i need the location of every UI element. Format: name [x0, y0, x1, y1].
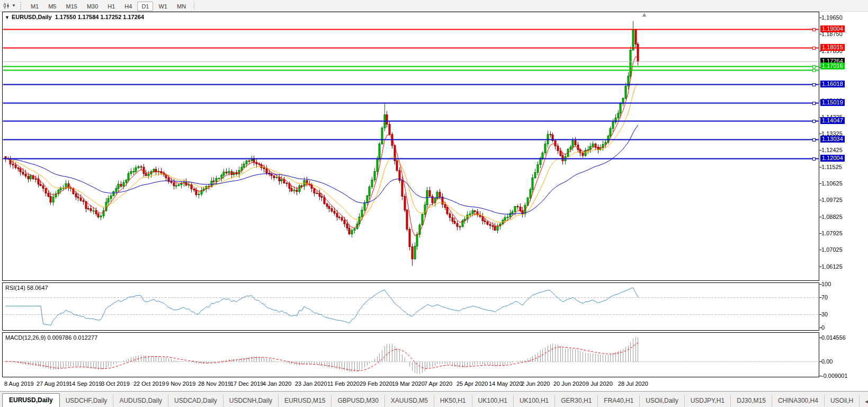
chart-tab-bar: EURUSD,DailyUSDCHF,DailyAUDUSD,DailyUSDC… — [0, 391, 868, 407]
macd-axis-tick: -0.009001 — [821, 373, 848, 379]
tab-ger30-h1[interactable]: GER30,H1 — [555, 395, 598, 407]
macd-axis-tick: 0.014556 — [821, 334, 846, 341]
date-axis-label: 3 Oct 2019 — [101, 381, 130, 387]
price-axis-tick: 1.07025 — [821, 246, 843, 253]
date-axis-label: 23 Jan 2020 — [295, 381, 327, 387]
date-axis-label: 17 Dec 2019 — [230, 381, 263, 387]
line-price-label: 1.17016 — [820, 63, 845, 69]
date-axis-label: 25 Apr 2020 — [457, 381, 488, 387]
line-price-label: 1.18015 — [820, 44, 845, 51]
price-axis-tick: 1.11525 — [821, 164, 842, 170]
line-price-label: 1.12004 — [820, 155, 845, 162]
timeframe-button-m30[interactable]: M30 — [83, 2, 102, 11]
tab-usdcad-daily[interactable]: USDCAD,Daily — [168, 395, 223, 407]
rsi-axis-tick: 100 — [821, 281, 831, 287]
chart-ohlc-values: 1.17550 1.17584 1.17252 1.17264 — [55, 14, 144, 20]
tab-china300-h4[interactable]: CHINA300,H4 — [772, 395, 825, 407]
rsi-indicator-label: RSI(14) 58.0647 — [5, 285, 48, 291]
toolbar-separator — [194, 2, 194, 10]
date-axis-label: 29 Feb 2020 — [360, 381, 392, 387]
date-axis-label: 14 Sep 2019 — [69, 381, 102, 387]
line-price-label: 1.14047 — [820, 117, 845, 124]
timeframe-button-h1[interactable]: H1 — [103, 2, 119, 11]
line-price-label: 1.13034 — [820, 136, 845, 143]
timeframe-button-m1[interactable]: M1 — [26, 2, 43, 11]
timeframe-button-h4[interactable]: H4 — [120, 2, 136, 11]
tab-usdcnh-daily[interactable]: USDCNH,Daily — [223, 395, 279, 407]
mt4-window: ▼ M1M5M15M30H1H4D1W1MN ▼EURUSD,Daily 1.1… — [0, 0, 868, 407]
tab-fra40-h1[interactable]: FRA40,H1 — [598, 395, 640, 407]
chevron-down-icon: ▼ — [12, 3, 16, 8]
chart-symbol: EURUSD,Daily — [12, 14, 52, 20]
date-axis-label: 2 Jun 2020 — [521, 381, 550, 387]
date-axis[interactable]: 8 Aug 201927 Aug 201914 Sep 20193 Oct 20… — [0, 377, 819, 391]
price-axis-tick: 1.06125 — [821, 263, 843, 270]
price-axis-tick: 1.09725 — [821, 197, 843, 203]
date-axis-label: 19 Mar 2020 — [392, 381, 425, 387]
tab-hk50-h1[interactable]: HK50,H1 — [434, 395, 472, 407]
date-axis-label: 11 Feb 2020 — [327, 381, 360, 387]
date-axis-label: 4 Jan 2020 — [263, 381, 291, 387]
timeframe-toolbar: ▼ M1M5M15M30H1H4D1W1MN — [0, 0, 868, 12]
tab-usoil-daily[interactable]: USOil,Daily — [640, 395, 684, 407]
date-axis-label: 8 Aug 2019 — [4, 381, 34, 387]
rsi-axis-tick: 30 — [821, 311, 828, 317]
timeframe-button-d1[interactable]: D1 — [137, 2, 153, 11]
tab-eurusd-daily[interactable]: EURUSD,Daily — [2, 393, 60, 407]
date-axis-label: 9 Nov 2019 — [166, 381, 195, 387]
date-axis-label: 14 May 2020 — [489, 381, 523, 387]
tab-uk100-h1[interactable]: UK100,H1 — [472, 395, 514, 407]
price-axis-tick: 1.12425 — [821, 147, 843, 153]
line-price-label: 1.16018 — [820, 81, 845, 87]
macd-axis-tick: 0.00 — [821, 358, 833, 365]
price-axis[interactable]: 1.196501.187501.178501.169501.160501.151… — [819, 12, 868, 377]
price-axis-tick: 1.19650 — [821, 14, 843, 21]
timeframe-button-m15[interactable]: M15 — [61, 2, 81, 11]
tab-scroll-left-button[interactable]: ◄ — [860, 399, 868, 404]
timeframe-buttons: M1M5M15M30H1H4D1W1MN — [26, 1, 191, 11]
timeframe-button-mn[interactable]: MN — [173, 2, 190, 11]
chart-title: ▼EURUSD,Daily 1.17550 1.17584 1.17252 1.… — [5, 14, 144, 20]
chart-canvas[interactable] — [0, 0, 868, 407]
tab-xauusd-m5[interactable]: XAUUSD,M5 — [385, 395, 434, 407]
timeframe-button-w1[interactable]: W1 — [154, 2, 172, 11]
date-axis-label: 28 Nov 2019 — [198, 381, 231, 387]
tab-usdjpy-h1[interactable]: USDJPY,H1 — [685, 395, 731, 407]
date-axis-label: 28 Jul 2020 — [618, 381, 648, 387]
date-axis-label: 27 Aug 2019 — [37, 381, 69, 387]
toolbar-grip[interactable] — [20, 2, 23, 10]
macd-indicator-label: MACD(12,26,9) 0.009786 0.012277 — [5, 334, 97, 341]
collapse-caret-icon: ▼ — [5, 15, 10, 20]
tab-dj30-m15[interactable]: DJ30,M15 — [731, 395, 772, 407]
tab-audusd-daily[interactable]: AUDUSD,Daily — [113, 395, 168, 407]
candlestick-cursor-icon — [3, 2, 11, 10]
price-axis-tick: 1.10625 — [821, 180, 843, 187]
date-axis-label: 7 Apr 2020 — [424, 381, 452, 387]
date-axis-label: 9 Jul 2020 — [586, 381, 613, 387]
line-price-label: 1.15019 — [820, 99, 845, 106]
date-axis-label: 22 Oct 2019 — [133, 381, 165, 387]
tab-eurusd-m15[interactable]: EURUSD,M15 — [279, 395, 332, 407]
line-price-label: 1.19004 — [820, 25, 845, 32]
price-axis-tick: 1.07925 — [821, 230, 843, 236]
date-axis-label: 20 Jun 2020 — [553, 381, 586, 387]
tab-usdchf-daily[interactable]: USDCHF,Daily — [60, 395, 114, 407]
rsi-axis-tick: 0 — [821, 324, 825, 331]
rsi-axis-tick: 70 — [821, 294, 828, 300]
tab-gbpusd-m30[interactable]: GBPUSD,M30 — [332, 395, 384, 407]
tab-usoil-h[interactable]: USOil,H — [825, 395, 860, 407]
tab-uk100-h1[interactable]: UK100,H1 — [514, 395, 555, 407]
chart-tools-icon[interactable]: ▼ — [2, 2, 17, 10]
price-axis-tick: 1.08825 — [821, 214, 843, 220]
timeframe-button-m5[interactable]: M5 — [44, 2, 60, 11]
